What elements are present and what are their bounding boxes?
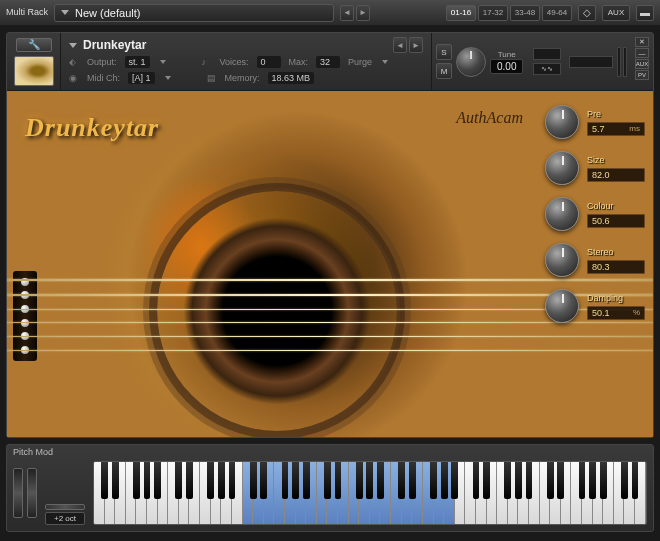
stereo-knob-row: Stereo 80.3: [545, 243, 645, 277]
black-key[interactable]: [557, 462, 564, 499]
black-key[interactable]: [600, 462, 607, 499]
black-key[interactable]: [218, 462, 225, 499]
prev-preset-button[interactable]: ◄: [340, 5, 354, 21]
black-key[interactable]: [451, 462, 458, 499]
black-key[interactable]: [632, 462, 639, 499]
black-key[interactable]: [589, 462, 596, 499]
solo-button[interactable]: S: [436, 44, 452, 60]
black-key[interactable]: [366, 462, 373, 499]
preset-dropdown[interactable]: New (default): [54, 4, 334, 22]
black-key[interactable]: [398, 462, 405, 499]
tune-area: S M Tune 0.00 ∿∿: [431, 33, 631, 90]
logo-text: Drunkeytar: [25, 113, 159, 143]
black-key[interactable]: [526, 462, 533, 499]
tune-value[interactable]: 0.00: [490, 59, 523, 74]
multi-rack-label: Multi Rack: [6, 8, 48, 17]
black-key[interactable]: [250, 462, 257, 499]
next-preset-button[interactable]: ►: [356, 5, 370, 21]
black-key[interactable]: [335, 462, 342, 499]
mod-wheel[interactable]: [27, 468, 37, 518]
black-key[interactable]: [186, 462, 193, 499]
mute-button[interactable]: M: [436, 63, 452, 79]
chevron-down-icon: [69, 43, 77, 48]
aux-button[interactable]: AUX: [602, 5, 630, 21]
pre-knob-row: Pre 5.7ms: [545, 105, 645, 139]
voices-icon: ♪: [202, 57, 212, 67]
black-key[interactable]: [324, 462, 331, 499]
waveform-icon[interactable]: ∿∿: [533, 63, 561, 75]
stereo-value[interactable]: 80.3: [587, 260, 645, 274]
max-label: Max:: [289, 57, 309, 67]
stereo-knob[interactable]: [545, 243, 579, 277]
black-key[interactable]: [473, 462, 480, 499]
black-key[interactable]: [112, 462, 119, 499]
tune-knob[interactable]: [456, 47, 486, 77]
output-icon: ⬖: [69, 57, 79, 67]
black-key[interactable]: [441, 462, 448, 499]
instrument-name[interactable]: Drunkeytar: [83, 38, 387, 52]
prev-instrument-button[interactable]: ◄: [393, 37, 407, 53]
colour-knob[interactable]: [545, 197, 579, 231]
black-key[interactable]: [133, 462, 140, 499]
black-key[interactable]: [101, 462, 108, 499]
minimize-icon[interactable]: ▬: [636, 5, 654, 21]
black-key[interactable]: [282, 462, 289, 499]
black-key[interactable]: [175, 462, 182, 499]
colour-value[interactable]: 50.6: [587, 214, 645, 228]
pre-value[interactable]: 5.7ms: [587, 122, 645, 136]
size-knob[interactable]: [545, 151, 579, 185]
pv-button[interactable]: PV: [635, 70, 649, 80]
output-label: Output:: [87, 57, 117, 67]
pitch-wheel[interactable]: [13, 468, 23, 518]
black-key[interactable]: [515, 462, 522, 499]
size-knob-row: Size 82.0: [545, 151, 645, 185]
black-key[interactable]: [483, 462, 490, 499]
octave-scrollbar[interactable]: [45, 504, 85, 510]
output-value[interactable]: st. 1: [125, 56, 150, 68]
black-key[interactable]: [504, 462, 511, 499]
black-key[interactable]: [377, 462, 384, 499]
black-key[interactable]: [409, 462, 416, 499]
black-key[interactable]: [547, 462, 554, 499]
wrench-button[interactable]: 🔧: [16, 38, 52, 52]
colour-label: Colour: [587, 201, 645, 211]
black-key[interactable]: [292, 462, 299, 499]
midi-value[interactable]: [A] 1: [128, 72, 155, 84]
page-49-64[interactable]: 49-64: [542, 5, 572, 21]
page-17-32[interactable]: 17-32: [478, 5, 508, 21]
instrument-body: Drunkeytar AuthAcam Pre 5.7ms Size 82.0: [7, 91, 653, 437]
voices-value: 0: [257, 56, 281, 68]
purge-label[interactable]: Purge: [348, 57, 372, 67]
black-key[interactable]: [579, 462, 586, 499]
black-key[interactable]: [207, 462, 214, 499]
black-key[interactable]: [154, 462, 161, 499]
black-key[interactable]: [144, 462, 151, 499]
page-33-48[interactable]: 33-48: [510, 5, 540, 21]
size-value[interactable]: 82.0: [587, 168, 645, 182]
virtual-keyboard[interactable]: [93, 461, 647, 525]
close-button[interactable]: ✕: [635, 37, 649, 47]
pan-slider[interactable]: [533, 48, 561, 60]
page-01-16[interactable]: 01-16: [446, 5, 476, 21]
max-value[interactable]: 32: [316, 56, 340, 68]
black-key[interactable]: [621, 462, 628, 499]
octave-label[interactable]: +2 oct: [45, 512, 85, 525]
min-button[interactable]: —: [635, 48, 649, 58]
damping-value[interactable]: 50.1%: [587, 306, 645, 320]
collapse-icon[interactable]: ◇: [578, 5, 596, 21]
pitch-mod-label: Pitch Mod: [7, 445, 653, 459]
pre-knob[interactable]: [545, 105, 579, 139]
black-key[interactable]: [229, 462, 236, 499]
colour-knob-row: Colour 50.6: [545, 197, 645, 231]
next-instrument-button[interactable]: ►: [409, 37, 423, 53]
volume-slider[interactable]: [569, 56, 613, 68]
damping-knob[interactable]: [545, 289, 579, 323]
damping-label: Damping: [587, 293, 645, 303]
black-key[interactable]: [430, 462, 437, 499]
instrument-thumbnail[interactable]: [14, 56, 54, 86]
black-key[interactable]: [356, 462, 363, 499]
aux-tiny-button[interactable]: AUX: [635, 59, 649, 69]
black-key[interactable]: [303, 462, 310, 499]
damping-knob-row: Damping 50.1%: [545, 289, 645, 323]
black-key[interactable]: [260, 462, 267, 499]
